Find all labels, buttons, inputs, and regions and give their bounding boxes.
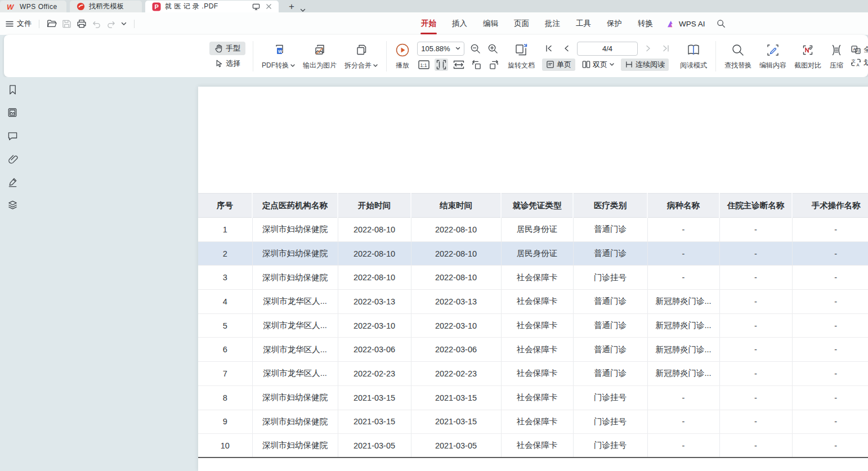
table-header-row: 序号定点医药机构名称开始时间结束时间就诊凭证类型医疗类别病种名称住院主诊断名称手… — [198, 194, 868, 218]
play-icon — [395, 43, 410, 57]
signature-pen-icon[interactable] — [7, 176, 18, 187]
rotate-right-button[interactable] — [487, 59, 500, 71]
new-tab-button[interactable]: + — [289, 1, 294, 12]
menu-tab-convert[interactable]: 转换 — [630, 12, 661, 35]
screenshot-compare-button[interactable]: 截图对比 — [790, 42, 825, 70]
pdf-file-icon: P — [152, 2, 161, 11]
rotate-left-button[interactable] — [469, 59, 483, 71]
continuous-read-button[interactable]: 连续阅读 — [621, 59, 669, 71]
page-indicator-input[interactable]: 4/4 — [577, 42, 638, 56]
print-icon[interactable] — [77, 19, 87, 28]
open-folder-icon[interactable] — [47, 19, 57, 28]
next-page-button[interactable] — [642, 42, 655, 55]
menu-tab-wps-ai[interactable]: WPS AI — [661, 20, 711, 28]
thumbnail-icon[interactable] — [7, 107, 18, 118]
table-cell: 社会保障卡 — [501, 362, 573, 386]
fit-width-button[interactable] — [452, 59, 466, 71]
first-page-button[interactable] — [542, 42, 556, 55]
zoom-level-select[interactable]: 105.88% — [417, 42, 464, 56]
file-menu-button[interactable]: 文件 — [6, 19, 32, 29]
table-row: 10深圳市妇幼保健院2021-03-052021-03-05社会保障卡门诊挂号-… — [198, 434, 868, 458]
svg-text:W: W — [7, 3, 15, 11]
menu-tab-tools[interactable]: 工具 — [568, 12, 599, 35]
table-cell: 2022-03-10 — [338, 313, 411, 338]
fit-page-button[interactable] — [435, 59, 448, 71]
menu-tab-page[interactable]: 页面 — [506, 12, 537, 35]
menu-tab-home[interactable]: 开始 — [413, 12, 444, 35]
last-page-button[interactable] — [659, 42, 673, 55]
layers-icon[interactable] — [7, 199, 18, 210]
menu-search-button[interactable] — [711, 19, 731, 28]
table-header-cell: 医疗类别 — [573, 194, 647, 218]
table-cell: 居民身份证 — [501, 241, 573, 266]
previous-page-icon — [563, 44, 570, 52]
table-row: 8深圳市妇幼保健院2021-03-152021-03-15社会保障卡门诊挂号--… — [198, 385, 868, 410]
zoom-value: 105.88% — [421, 44, 450, 53]
table-cell: 居民身份证 — [501, 218, 573, 242]
split-merge-icon — [355, 43, 368, 57]
attachment-icon[interactable] — [7, 153, 18, 164]
medical-records-table: 序号定点医药机构名称开始时间结束时间就诊凭证类型医疗类别病种名称住院主诊断名称手… — [198, 193, 868, 458]
divider — [386, 41, 387, 71]
tab-document-pdf[interactable]: P 就 医 记 录 .PDF — [145, 1, 279, 12]
full-translate-button[interactable]: A 字 全文翻译 — [851, 45, 868, 55]
bookmark-icon[interactable] — [7, 84, 18, 95]
tab-wps-office[interactable]: W WPS Office — [0, 1, 66, 12]
table-cell: 2022-08-10 — [411, 218, 501, 242]
pdf-convert-button[interactable]: W PDF转换 — [258, 42, 299, 70]
external-display-icon[interactable] — [252, 3, 260, 10]
compress-button[interactable]: 压缩 — [825, 42, 848, 70]
close-icon[interactable] — [266, 3, 272, 10]
menu-tab-annotate[interactable]: 批注 — [537, 12, 568, 35]
select-tool-button[interactable]: 选择 — [209, 57, 245, 70]
redo-icon[interactable] — [106, 20, 116, 28]
split-merge-button[interactable]: 拆分合并 — [341, 42, 382, 70]
save-icon[interactable] — [62, 19, 71, 28]
undo-icon[interactable] — [92, 20, 101, 28]
read-mode-book-icon — [686, 43, 701, 57]
tab-docer-templates[interactable]: 找稻壳模板 — [70, 1, 142, 12]
table-header-cell: 结束时间 — [411, 194, 501, 218]
edit-content-button[interactable]: 编辑内容 — [755, 42, 790, 70]
wps-ai-logo-icon — [666, 20, 676, 28]
more-commands-chevron-icon[interactable] — [121, 22, 127, 26]
read-mode-label: 阅读模式 — [680, 61, 707, 70]
table-row: 3深圳市妇幼保健院2022-08-102022-08-10社会保障卡门诊挂号--… — [198, 266, 868, 290]
zoom-in-button[interactable] — [486, 42, 499, 55]
rotate-left-icon — [471, 60, 482, 70]
pdf-page-canvas[interactable]: 序号定点医药机构名称开始时间结束时间就诊凭证类型医疗类别病种名称住院主诊断名称手… — [198, 87, 868, 471]
single-page-view-button[interactable]: 单页 — [542, 59, 575, 71]
rotate-document-button[interactable]: 旋转文档 — [504, 42, 539, 70]
hand-tool-button[interactable]: 手型 — [209, 42, 245, 55]
zoom-group: 105.88% 1:1 — [414, 42, 504, 71]
tab-controls — [252, 3, 272, 10]
tab-label: WPS Office — [20, 3, 57, 11]
table-cell: 3 — [198, 266, 252, 290]
table-cell: 2022-08-10 — [338, 266, 411, 290]
find-replace-button[interactable]: 查找替换 — [721, 42, 755, 70]
tab-list-chevron-icon[interactable] — [300, 8, 306, 12]
translate-group: A 字 全文翻译 文 A 划词翻译 — [848, 45, 868, 68]
previous-page-button[interactable] — [560, 42, 573, 55]
play-button[interactable]: 播放 — [391, 42, 414, 70]
menu-tab-edit[interactable]: 编辑 — [475, 12, 506, 35]
single-page-label: 单页 — [557, 60, 571, 70]
chevron-down-icon — [455, 47, 460, 50]
divider — [253, 41, 253, 71]
double-page-view-button[interactable]: 双页 — [578, 59, 618, 71]
comment-icon[interactable] — [7, 130, 18, 141]
chevron-down-icon — [610, 63, 614, 66]
table-cell: - — [792, 218, 868, 242]
menu-tab-insert[interactable]: 插入 — [444, 12, 475, 35]
table-cell: 普通门诊 — [573, 313, 647, 338]
word-translate-button[interactable]: 文 A 划词翻译 — [851, 58, 868, 68]
menu-tab-protect[interactable]: 保护 — [599, 12, 630, 35]
zoom-in-icon — [487, 43, 498, 54]
read-mode-button[interactable]: 阅读模式 — [676, 42, 711, 70]
export-as-image-button[interactable]: 输出为图片 — [299, 42, 341, 70]
table-cell: - — [719, 241, 792, 266]
table-cell: 2022-03-13 — [411, 290, 501, 314]
actual-size-button[interactable]: 1:1 — [417, 59, 431, 71]
table-cell: 2022-03-10 — [411, 313, 501, 338]
zoom-out-button[interactable] — [468, 42, 482, 55]
